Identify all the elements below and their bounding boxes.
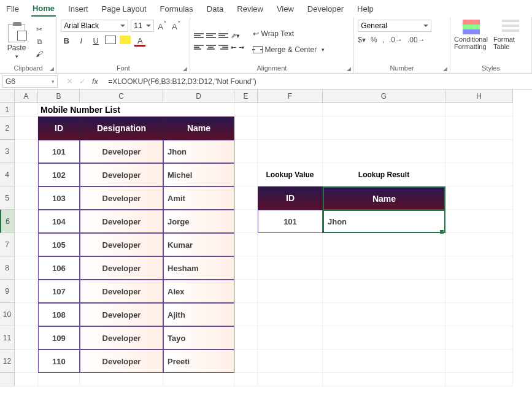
cell[interactable]: [323, 233, 445, 256]
cell[interactable]: [234, 303, 258, 326]
cell[interactable]: [258, 103, 323, 117]
increase-decimal-button[interactable]: .0→: [389, 36, 403, 44]
cell[interactable]: [445, 140, 513, 163]
percent-button[interactable]: %: [371, 36, 377, 44]
accounting-button[interactable]: $▾: [358, 36, 366, 44]
active-cell[interactable]: Jhon: [323, 210, 445, 233]
menu-insert[interactable]: Insert: [67, 2, 90, 16]
cell[interactable]: [234, 186, 258, 210]
row-header[interactable]: 10: [0, 303, 15, 326]
name-box[interactable]: G6: [2, 75, 58, 88]
cell[interactable]: [323, 117, 445, 140]
row-header[interactable]: [0, 373, 15, 386]
cell[interactable]: Developer: [80, 163, 163, 186]
enter-icon[interactable]: ✓: [79, 77, 86, 86]
cell[interactable]: [234, 350, 258, 373]
wrap-text-button[interactable]: ↩Wrap Text: [253, 28, 325, 40]
cell[interactable]: [323, 280, 445, 303]
cell[interactable]: Hesham: [163, 256, 234, 280]
menu-help[interactable]: Help: [356, 2, 375, 16]
font-name-select[interactable]: [61, 20, 128, 32]
cell[interactable]: [445, 103, 513, 117]
cell[interactable]: Ajith: [163, 303, 234, 326]
font-color-button[interactable]: A: [134, 36, 145, 45]
cell[interactable]: [445, 256, 513, 280]
col-header[interactable]: A: [15, 90, 38, 103]
cell[interactable]: [15, 163, 38, 186]
menu-view[interactable]: View: [276, 2, 295, 16]
menu-data[interactable]: Data: [206, 2, 225, 16]
cell[interactable]: [234, 326, 258, 350]
paste-button[interactable]: Paste ▾: [4, 24, 29, 59]
cell[interactable]: Developer: [80, 233, 163, 256]
cell[interactable]: [234, 103, 258, 117]
copy-button[interactable]: ⧉: [33, 36, 45, 47]
italic-button[interactable]: I: [75, 36, 87, 45]
cell[interactable]: Lookup Result: [323, 163, 445, 186]
cell[interactable]: Alex: [163, 280, 234, 303]
cell[interactable]: Developer: [80, 326, 163, 350]
border-button[interactable]: [105, 36, 116, 46]
cell[interactable]: [15, 350, 38, 373]
menu-review[interactable]: Review: [236, 2, 264, 16]
col-header[interactable]: G: [323, 90, 445, 103]
align-right-button[interactable]: [218, 44, 228, 51]
cell[interactable]: [15, 233, 38, 256]
decrease-decimal-button[interactable]: .00→: [407, 36, 425, 44]
merge-center-button[interactable]: Merge & Center▾: [253, 44, 325, 56]
cell[interactable]: [323, 256, 445, 280]
cell[interactable]: Name: [163, 117, 234, 140]
cell[interactable]: 107: [38, 280, 80, 303]
cell[interactable]: [445, 326, 513, 350]
font-size-select[interactable]: [131, 20, 154, 32]
menu-developer[interactable]: Developer: [306, 2, 345, 16]
menu-formulas[interactable]: Formulas: [159, 2, 195, 16]
cell[interactable]: [163, 373, 234, 386]
cell[interactable]: Michel: [163, 163, 234, 186]
cell[interactable]: [445, 210, 513, 233]
row-header[interactable]: 3: [0, 140, 15, 163]
cell[interactable]: [15, 373, 38, 386]
col-header[interactable]: B: [38, 90, 80, 103]
dialog-launcher-icon[interactable]: ◢: [443, 66, 447, 72]
cell[interactable]: Name: [323, 186, 445, 210]
cell[interactable]: [445, 117, 513, 140]
cell[interactable]: [323, 103, 445, 117]
cell[interactable]: [15, 117, 38, 140]
cell[interactable]: [258, 233, 323, 256]
cell[interactable]: Developer: [80, 303, 163, 326]
cell[interactable]: 106: [38, 256, 80, 280]
row-header[interactable]: 12: [0, 350, 15, 373]
row-header[interactable]: 5: [0, 186, 15, 210]
cell[interactable]: [234, 163, 258, 186]
cell[interactable]: Kumar: [163, 233, 234, 256]
cell[interactable]: [258, 117, 323, 140]
cell[interactable]: [258, 303, 323, 326]
spreadsheet-grid[interactable]: ABCDEFGH1Mobile Number List2IDDesignatio…: [0, 90, 532, 386]
cell[interactable]: [234, 256, 258, 280]
cell[interactable]: Developer: [80, 186, 163, 210]
cell[interactable]: [323, 350, 445, 373]
cell[interactable]: [234, 233, 258, 256]
cell[interactable]: Preeti: [163, 350, 234, 373]
cell[interactable]: [445, 303, 513, 326]
comma-button[interactable]: ,: [382, 36, 384, 44]
cell[interactable]: 104: [38, 210, 80, 233]
increase-indent-button[interactable]: ⇥: [239, 44, 244, 52]
cell[interactable]: [15, 256, 38, 280]
select-all-corner[interactable]: [0, 90, 15, 103]
dialog-launcher-icon[interactable]: ◢: [50, 66, 54, 72]
cancel-icon[interactable]: ✕: [66, 77, 73, 86]
align-top-button[interactable]: [194, 32, 204, 39]
align-center-button[interactable]: [206, 44, 216, 51]
decrease-font-icon[interactable]: A˅: [171, 20, 182, 31]
align-left-button[interactable]: [194, 44, 204, 51]
cell[interactable]: Developer: [80, 210, 163, 233]
cell[interactable]: [258, 280, 323, 303]
cell[interactable]: [234, 280, 258, 303]
row-header[interactable]: 7: [0, 233, 15, 256]
cut-button[interactable]: ✂: [33, 24, 45, 35]
cell[interactable]: [258, 256, 323, 280]
format-table-button[interactable]: Format Table: [493, 20, 528, 50]
col-header[interactable]: H: [445, 90, 513, 103]
